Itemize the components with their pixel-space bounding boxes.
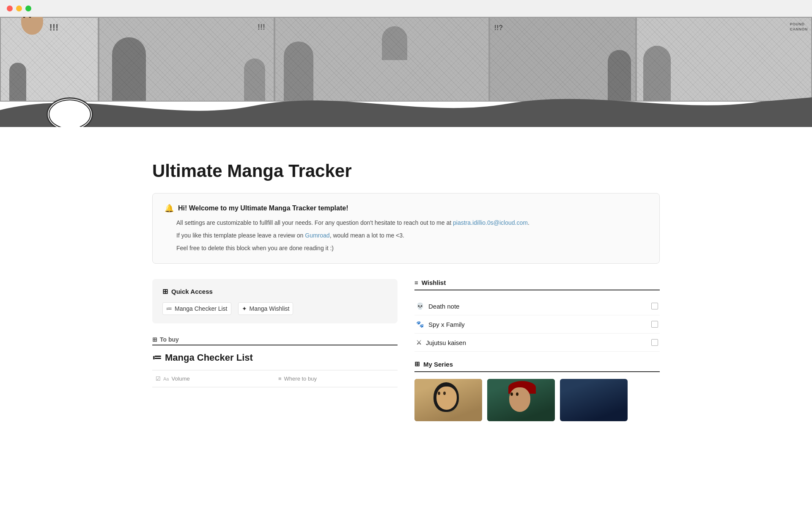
- quick-access-icon: ⊞: [162, 287, 168, 295]
- to-buy-label: ⊞ To buy: [152, 336, 398, 345]
- jujutsu-icon: ⚔: [416, 339, 422, 346]
- manga-checker-table-headers: ☑ Aa Volume ≡ Where to buy: [152, 370, 398, 387]
- to-buy-icon: ⊞: [152, 336, 157, 343]
- quick-access-header: ⊞ Quick Access: [162, 287, 387, 295]
- death-note-checkbox[interactable]: [651, 303, 658, 309]
- manga-wishlist-link-icon: ✦: [242, 305, 247, 312]
- spy-family-label: Spy x Family: [428, 321, 465, 328]
- spy-family-checkbox[interactable]: [651, 321, 658, 328]
- jujutsu-checkbox[interactable]: [651, 339, 658, 346]
- series-char-3: [560, 379, 628, 421]
- series-thumbnails: [414, 379, 660, 421]
- wishlist-item-death-note[interactable]: 💀 Death note: [414, 297, 660, 315]
- manga-checker-section: ⊞ To buy ≔ Manga Checker List ☑ Aa Volum…: [152, 336, 398, 387]
- series-char-1: [414, 379, 482, 421]
- where-to-buy-col-header: ≡ Where to buy: [275, 374, 398, 384]
- wishlist-item-jujutsu[interactable]: ⚔ Jujutsu kaisen: [414, 334, 660, 352]
- volume-col-icon: ☑: [156, 375, 161, 382]
- series-char-2: [487, 379, 555, 421]
- quick-links-container: ≔ Manga Checker List ✦ Manga Wishlist: [162, 302, 387, 315]
- manga-checker-title-icon: ≔: [152, 352, 162, 363]
- manga-checker-link-label: Manga Checker List: [175, 305, 228, 312]
- my-series-header: ⊞ My Series: [414, 360, 660, 372]
- welcome-title: Hi! Welcome to my Ultimate Manga Tracker…: [178, 204, 348, 212]
- two-col-layout: ⊞ Quick Access ≔ Manga Checker List ✦ Ma…: [152, 279, 660, 421]
- gumroad-link[interactable]: Gumroad: [305, 232, 329, 239]
- main-content: Ultimate Manga Tracker 🔔 Hi! Welcome to …: [110, 127, 702, 438]
- series-thumb-1[interactable]: [414, 379, 482, 421]
- welcome-header: 🔔 Hi! Welcome to my Ultimate Manga Track…: [165, 204, 647, 213]
- close-button[interactable]: [7, 6, 13, 11]
- welcome-body: All settings are customizable to fullfil…: [176, 218, 647, 253]
- profile-icon: [47, 97, 93, 127]
- my-series-section: ⊞ My Series: [414, 360, 660, 421]
- left-column: ⊞ Quick Access ≔ Manga Checker List ✦ Ma…: [152, 279, 398, 387]
- wishlist-header: ≡ Wishlist: [414, 279, 660, 290]
- maximize-button[interactable]: [25, 6, 31, 11]
- my-series-icon: ⊞: [414, 360, 420, 368]
- wishlist-section: ≡ Wishlist 💀 Death note 🐾 Spy x Family: [414, 279, 660, 352]
- series-thumb-3[interactable]: [560, 379, 628, 421]
- right-column: ≡ Wishlist 💀 Death note 🐾 Spy x Family: [414, 279, 660, 421]
- wishlist-title: Wishlist: [422, 279, 446, 286]
- death-note-label: Death note: [428, 303, 459, 310]
- manga-exclaim-1: !!!: [49, 22, 58, 33]
- jujutsu-label: Jujutsu kaisen: [426, 339, 466, 346]
- email-link[interactable]: piastra.idillio.0s@icloud.com: [453, 219, 528, 226]
- spy-family-icon: 🐾: [416, 320, 424, 328]
- welcome-line2: If you like this template please leave a…: [176, 231, 647, 241]
- quick-access-title: Quick Access: [171, 288, 213, 295]
- where-to-buy-col-icon: ≡: [278, 375, 282, 382]
- welcome-line3: Feel free to delete this block when you …: [176, 243, 647, 254]
- death-note-icon: 💀: [416, 302, 424, 310]
- page-title: Ultimate Manga Tracker: [152, 161, 660, 181]
- speech-bubble-icon: [49, 99, 91, 127]
- manga-wishlist-link-label: Manga Wishlist: [250, 305, 290, 312]
- manga-checker-link[interactable]: ≔ Manga Checker List: [162, 302, 231, 315]
- manga-checker-link-icon: ≔: [166, 305, 172, 312]
- welcome-line1: All settings are customizable to fullfil…: [176, 218, 647, 228]
- quick-access-section: ⊞ Quick Access ≔ Manga Checker List ✦ Ma…: [152, 279, 398, 323]
- minimize-button[interactable]: [16, 6, 22, 11]
- manga-checker-title: ≔ Manga Checker List: [152, 352, 398, 363]
- window-chrome: [0, 0, 812, 17]
- bell-icon: 🔔: [165, 204, 174, 213]
- series-thumb-2[interactable]: [487, 379, 555, 421]
- my-series-title: My Series: [423, 361, 453, 368]
- wishlist-icon: ≡: [414, 279, 418, 286]
- manga-wishlist-link[interactable]: ✦ Manga Wishlist: [238, 302, 294, 315]
- volume-col-header: ☑ Aa Volume: [152, 374, 275, 384]
- wave-divider: [0, 85, 812, 127]
- banner-area: !!! !!! !!? POUNDCANNON: [0, 17, 812, 127]
- wishlist-item-spy-family[interactable]: 🐾 Spy x Family: [414, 315, 660, 334]
- welcome-box: 🔔 Hi! Welcome to my Ultimate Manga Track…: [152, 193, 660, 264]
